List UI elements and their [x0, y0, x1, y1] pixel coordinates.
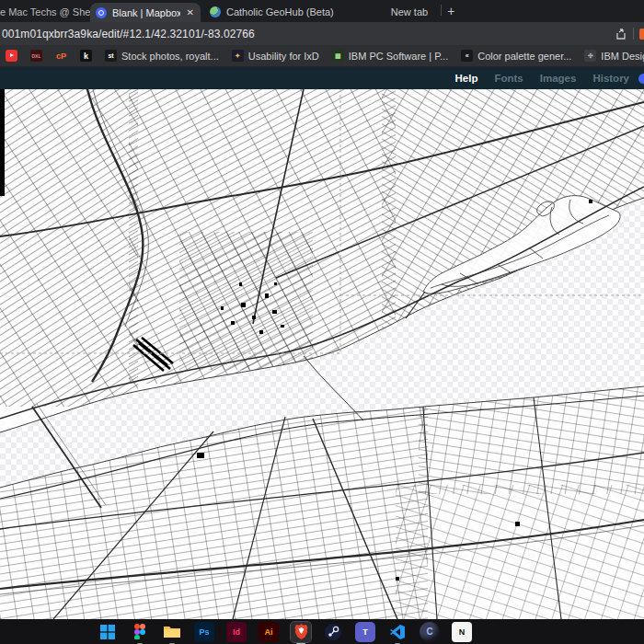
taskbar-cinema4d[interactable]: C: [420, 622, 440, 642]
steam-icon: [325, 624, 341, 640]
taskbar-brave[interactable]: [291, 622, 311, 642]
teams-icon: T: [362, 627, 368, 637]
bookmark-label: Stock photos, royalt...: [121, 51, 219, 62]
usability-ixd-icon: ✦: [232, 50, 244, 62]
taskbar-indesign[interactable]: Id: [226, 622, 247, 642]
tab-new[interactable]: New tab: [341, 6, 435, 22]
bookmark-ibm-design[interactable]: ✣ IBM Design Langua...: [584, 50, 644, 62]
tab-laser[interactable]: e Mac Techs @ Sheridan :: Laser Fi: [0, 6, 90, 22]
indesign-icon: Id: [233, 627, 240, 637]
ibm-pc-icon: ▦: [332, 50, 344, 62]
tab-strip: e Mac Techs @ Sheridan :: Laser Fi Blank…: [0, 0, 644, 22]
windows-logo-icon: [100, 625, 115, 639]
studio-toolbar: Help Fonts Images History: [0, 67, 644, 89]
address-input[interactable]: 001m01qxbrr3a9ka/edit/#12.1/42.32101/-83…: [0, 28, 615, 40]
bookmark-stock-photos[interactable]: st Stock photos, royalt...: [105, 50, 219, 62]
url-bar: 001m01qxbrr3a9ka/edit/#12.1/42.32101/-83…: [0, 22, 644, 45]
account-avatar[interactable]: [638, 74, 644, 84]
taskbar-notion[interactable]: N: [452, 622, 472, 642]
bookmark-cpanel[interactable]: cP: [55, 50, 67, 62]
shutterstock-icon: st: [105, 50, 117, 62]
bookmark-label: Color palette gener...: [477, 51, 571, 62]
bookmark-dxl[interactable]: DXL: [30, 50, 42, 62]
photoshop-icon: Ps: [199, 627, 209, 637]
share-icon[interactable]: [615, 28, 627, 40]
bookmark-usability-ixd[interactable]: ✦ Usability for IxD: [232, 50, 319, 62]
bookmark-youtube[interactable]: [6, 50, 17, 62]
kijiji-icon: k: [80, 50, 92, 62]
dxl-icon: DXL: [30, 50, 42, 62]
taskbar-steam[interactable]: [323, 622, 343, 642]
new-tab-button[interactable]: +: [447, 4, 454, 22]
windows-taskbar: Ps Id Ai T: [0, 619, 644, 644]
window-edge-strip: [0, 89, 5, 196]
bookmark-kijiji[interactable]: k: [80, 50, 92, 62]
bookmark-label: IBM Design Langua...: [601, 51, 644, 62]
start-button[interactable]: [98, 622, 118, 642]
tab-mapbox[interactable]: Blank | Mapbox ✕: [90, 3, 201, 22]
ibm-design-icon: ✣: [584, 50, 596, 62]
map-render: [0, 89, 644, 619]
color-palette-icon: «: [461, 50, 473, 62]
brave-rewards-icon[interactable]: [639, 29, 644, 40]
menu-help[interactable]: Help: [455, 73, 478, 84]
mapbox-favicon-icon: [96, 7, 107, 18]
notion-icon: N: [459, 627, 466, 637]
map-canvas[interactable]: [0, 89, 644, 619]
menu-history[interactable]: History: [592, 73, 629, 84]
bookmark-label: IBM PC Software | P...: [349, 51, 448, 62]
bookmark-ibm-pc[interactable]: ▦ IBM PC Software | P...: [332, 50, 448, 62]
youtube-icon: [6, 50, 17, 62]
tab-title: New tab: [391, 6, 428, 17]
vscode-icon: [390, 625, 405, 639]
toolbar-divider: [633, 28, 634, 40]
bookmark-label: Usability for IxD: [248, 51, 319, 62]
tab-title: Catholic GeoHub (Beta): [226, 6, 334, 17]
folder-icon: [164, 625, 180, 638]
illustrator-icon: Ai: [265, 627, 273, 637]
cinema4d-icon: C: [426, 627, 432, 637]
tab-divider: [441, 5, 442, 16]
taskbar-photoshop[interactable]: Ps: [194, 622, 214, 642]
tab-title: Blank | Mapbox: [112, 7, 180, 18]
menu-fonts[interactable]: Fonts: [494, 73, 523, 84]
menu-images[interactable]: Images: [540, 73, 577, 84]
cpanel-icon: cP: [55, 50, 67, 62]
taskbar-illustrator[interactable]: Ai: [259, 622, 279, 642]
tab-close-icon[interactable]: ✕: [186, 7, 195, 17]
browser-window: e Mac Techs @ Sheridan :: Laser Fi Blank…: [0, 0, 644, 644]
bookmarks-bar: DXL cP k st Stock photos, royalt... ✦ Us…: [0, 45, 644, 67]
figma-icon: [134, 624, 145, 639]
taskbar-teams[interactable]: T: [355, 622, 375, 642]
taskbar-explorer[interactable]: [162, 622, 182, 642]
taskbar-vscode[interactable]: [387, 622, 408, 642]
taskbar-figma[interactable]: [130, 622, 150, 642]
brave-icon: [294, 624, 308, 639]
tab-geohub[interactable]: Catholic GeoHub (Beta): [201, 6, 341, 22]
bookmark-color-palette[interactable]: « Color palette gener...: [461, 50, 571, 62]
geohub-favicon-icon: [210, 6, 221, 17]
